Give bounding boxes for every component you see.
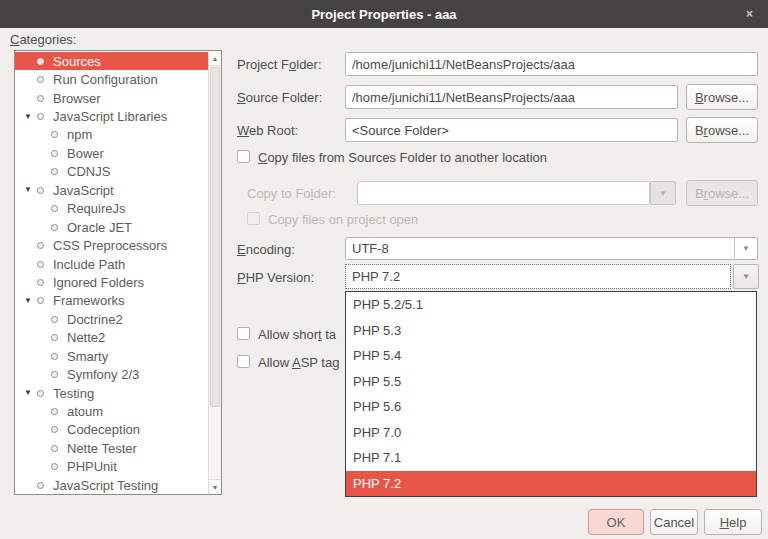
php-version-combobox[interactable]: PHP 7.2 (345, 264, 731, 289)
copy-to-folder-dropdown-icon: ▼ (650, 181, 676, 205)
tree-item-label: Symfony 2/3 (67, 367, 139, 382)
tree-item-label: Sources (53, 54, 101, 69)
tree-item-label: Bower (67, 146, 104, 161)
expand-arrow-icon[interactable]: ▼ (19, 186, 37, 194)
tree-item-nette2[interactable]: Nette2 (15, 329, 208, 347)
node-bullet-icon (37, 113, 44, 120)
encoding-value: UTF-8 (352, 241, 389, 256)
categories-tree-rows: SourcesRun ConfigurationBrowser▼JavaScri… (15, 52, 208, 493)
dropdown-option-php-7-0[interactable]: PHP 7.0 (346, 420, 756, 446)
tree-item-sources[interactable]: Sources (15, 52, 208, 70)
allow-asp-tags-checkbox[interactable] (237, 355, 250, 368)
node-bullet-icon (37, 261, 44, 268)
close-icon[interactable]: × (746, 7, 753, 21)
expand-arrow-icon[interactable]: ▼ (19, 113, 37, 121)
dropdown-option-php-5-4[interactable]: PHP 5.4 (346, 343, 756, 369)
copy-to-folder-label: Copy to Folder: (247, 186, 336, 201)
tree-item-label: JavaScript Libraries (53, 109, 167, 124)
tree-item-symfony-2-3[interactable]: Symfony 2/3 (15, 365, 208, 383)
tree-item-ignored-folders[interactable]: Ignored Folders (15, 273, 208, 291)
tree-item-frameworks[interactable]: ▼Frameworks (15, 292, 208, 310)
tree-item-javascript-testing[interactable]: JavaScript Testing (15, 476, 208, 493)
tree-item-oracle-jet[interactable]: Oracle JET (15, 218, 208, 236)
tree-item-nette-tester[interactable]: Nette Tester (15, 439, 208, 457)
copy-files-checkbox[interactable] (237, 150, 250, 163)
source-folder-input[interactable]: /home/junichi11/NetBeansProjects/aaa (345, 85, 678, 109)
project-folder-input[interactable]: /home/junichi11/NetBeansProjects/aaa (345, 52, 758, 76)
tree-item-browser[interactable]: Browser (15, 89, 208, 107)
help-button[interactable]: Help (704, 509, 762, 535)
node-bullet-icon (51, 353, 58, 360)
tree-scrollbar[interactable]: ▲ ▼ (208, 51, 221, 494)
dropdown-option-php-5-5[interactable]: PHP 5.5 (346, 369, 756, 395)
node-bullet-icon (37, 187, 44, 194)
tree-item-label: JavaScript Testing (53, 478, 158, 493)
tree-item-label: Oracle JET (67, 220, 132, 235)
tree-item-label: CDNJS (67, 164, 110, 179)
web-root-browse-button[interactable]: Browse... (686, 117, 758, 143)
tree-item-label: Doctrine2 (67, 312, 123, 327)
tree-item-atoum[interactable]: atoum (15, 402, 208, 420)
tree-item-bower[interactable]: Bower (15, 144, 208, 162)
copy-on-open-checkbox-label: Copy files on project open (268, 212, 418, 227)
node-bullet-icon (51, 168, 58, 175)
source-folder-browse-button[interactable]: Browse... (686, 84, 758, 110)
node-bullet-icon (51, 205, 58, 212)
project-folder-label: Project Folder: (237, 57, 322, 72)
dropdown-option-php-5-3[interactable]: PHP 5.3 (346, 318, 756, 344)
tree-item-codeception[interactable]: Codeception (15, 421, 208, 439)
tree-item-phpunit[interactable]: PHPUnit (15, 458, 208, 476)
dropdown-option-php-5-6[interactable]: PHP 5.6 (346, 394, 756, 420)
tree-item-javascript[interactable]: ▼JavaScript (15, 181, 208, 199)
tree-item-label: Smarty (67, 349, 108, 364)
tree-item-smarty[interactable]: Smarty (15, 347, 208, 365)
tree-item-label: CSS Preprocessors (53, 238, 167, 253)
tree-item-css-preprocessors[interactable]: CSS Preprocessors (15, 236, 208, 254)
tree-item-label: Nette Tester (67, 441, 137, 456)
node-bullet-icon (37, 58, 44, 65)
node-bullet-icon (51, 150, 58, 157)
allow-asp-tags-label: Allow ASP tag (258, 355, 339, 370)
node-bullet-icon (37, 390, 44, 397)
dropdown-option-php-7-1[interactable]: PHP 7.1 (346, 445, 756, 471)
dropdown-option-php-7-2[interactable]: PHP 7.2 (346, 471, 756, 497)
cancel-button[interactable]: Cancel (650, 509, 698, 535)
dropdown-option-php-5-2-5-1[interactable]: PHP 5.2/5.1 (346, 292, 756, 318)
expand-arrow-icon[interactable]: ▼ (19, 297, 37, 305)
source-folder-value: /home/junichi11/NetBeansProjects/aaa (352, 90, 575, 105)
node-bullet-icon (51, 371, 58, 378)
tree-item-testing[interactable]: ▼Testing (15, 384, 208, 402)
node-bullet-icon (37, 242, 44, 249)
tree-item-label: Nette2 (67, 330, 105, 345)
tree-item-label: Run Configuration (53, 72, 158, 87)
tree-item-label: RequireJs (67, 201, 126, 216)
tree-item-javascript-libraries[interactable]: ▼JavaScript Libraries (15, 107, 208, 125)
allow-short-tags-checkbox[interactable] (237, 327, 250, 340)
ok-button[interactable]: OK (588, 509, 644, 535)
encoding-label: Encoding: (237, 242, 295, 257)
scrollbar-thumb[interactable] (210, 67, 220, 407)
copy-files-checkbox-label: Copy files from Sources Folder to anothe… (258, 150, 547, 165)
tree-item-run-configuration[interactable]: Run Configuration (15, 70, 208, 88)
scroll-down-icon[interactable]: ▼ (209, 479, 221, 494)
node-bullet-icon (51, 334, 58, 341)
web-root-label: Web Root: (237, 123, 298, 138)
node-bullet-icon (51, 426, 58, 433)
tree-item-cdnjs[interactable]: CDNJS (15, 163, 208, 181)
php-version-dropdown-icon[interactable]: ▼ (733, 264, 759, 289)
categories-label: Categories: (10, 32, 76, 47)
tree-item-npm[interactable]: npm (15, 126, 208, 144)
tree-item-doctrine2[interactable]: Doctrine2 (15, 310, 208, 328)
encoding-dropdown-icon[interactable]: ▼ (734, 238, 757, 259)
web-root-input[interactable]: <Source Folder> (345, 118, 678, 142)
tree-item-requirejs[interactable]: RequireJs (15, 200, 208, 218)
node-bullet-icon (51, 316, 58, 323)
expand-arrow-icon[interactable]: ▼ (19, 389, 37, 397)
encoding-combobox[interactable]: UTF-8 ▼ (345, 237, 758, 260)
tree-item-label: Browser (53, 91, 101, 106)
tree-item-include-path[interactable]: Include Path (15, 255, 208, 273)
php-version-label: PHP Version: (237, 270, 314, 285)
node-bullet-icon (37, 297, 44, 304)
window-titlebar: Project Properties - aaa × (0, 0, 768, 28)
scroll-up-icon[interactable]: ▲ (209, 51, 221, 66)
